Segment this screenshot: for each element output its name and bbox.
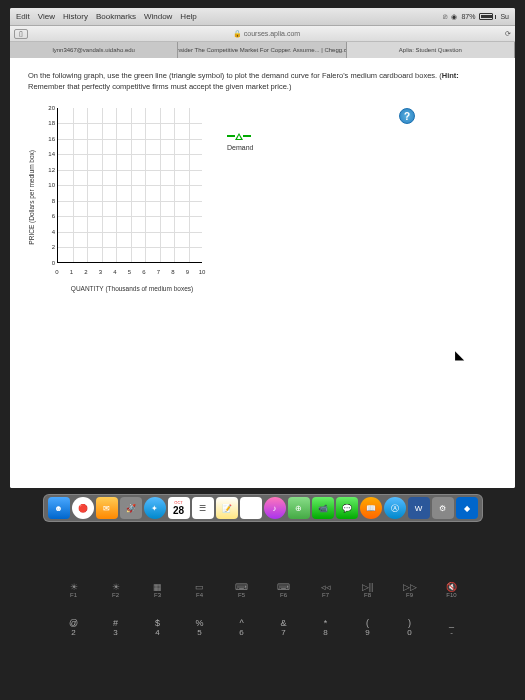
dock-maps-icon[interactable]: ⊕ — [288, 497, 310, 519]
macos-dock: ☻ 🔴 ✉ 🚀 ✦ OCT28 ☰ 📝 ✿ ♪ ⊕ 📹 💬 📖 Ⓐ W ⚙ ◆ — [43, 494, 483, 522]
dock-itunes-icon[interactable]: ♪ — [264, 497, 286, 519]
fn-key[interactable]: ▷▷F9 — [396, 582, 424, 598]
reload-icon[interactable]: ⟳ — [505, 30, 511, 38]
x-tick: 2 — [84, 269, 87, 275]
dock-notes-icon[interactable]: 📝 — [216, 497, 238, 519]
menu-edit[interactable]: Edit — [16, 12, 30, 21]
fn-key[interactable]: ⌨F5 — [228, 582, 256, 598]
num-key[interactable]: @2 — [62, 618, 86, 637]
menu-view[interactable]: View — [38, 12, 55, 21]
dock-word-icon[interactable]: W — [408, 497, 430, 519]
chart-plot-area[interactable]: 02468101214161820 012345678910 — [37, 103, 207, 283]
x-tick: 0 — [55, 269, 58, 275]
chart-legend: Demand — [227, 133, 253, 292]
dock-facetime-icon[interactable]: 📹 — [312, 497, 334, 519]
x-tick: 8 — [171, 269, 174, 275]
browser-menubar: Edit View History Bookmarks Window Help … — [10, 8, 515, 26]
y-tick: 0 — [37, 260, 55, 266]
y-tick: 6 — [37, 213, 55, 219]
dock-appstore-icon[interactable]: Ⓐ — [384, 497, 406, 519]
dock-safari-icon[interactable]: ✦ — [144, 497, 166, 519]
legend-demand-label: Demand — [227, 144, 253, 151]
menu-help[interactable]: Help — [180, 12, 196, 21]
fn-key[interactable]: 🔇F10 — [438, 582, 466, 598]
tab-chegg[interactable]: Consider The Competitive Market For Copp… — [178, 42, 346, 58]
y-tick: 18 — [37, 120, 55, 126]
tab-email[interactable]: lynn3467@vandals.uidaho.edu — [10, 42, 178, 58]
tab-bar: lynn3467@vandals.uidaho.edu Consider The… — [10, 42, 515, 58]
num-key[interactable]: $4 — [146, 618, 170, 637]
fn-key[interactable]: ▭F4 — [186, 582, 214, 598]
menu-window[interactable]: Window — [144, 12, 172, 21]
y-tick: 20 — [37, 105, 55, 111]
dock-chrome-icon[interactable]: 🔴 — [72, 497, 94, 519]
help-button[interactable]: ? — [399, 108, 415, 124]
num-key[interactable]: )0 — [398, 618, 422, 637]
keyboard: ☀F1☀F2▦F3▭F4⌨F5⌨F6◃◃F7▷||F8▷▷F9🔇F10 @2#3… — [10, 582, 515, 637]
y-tick: 14 — [37, 151, 55, 157]
battery-percent: 87% — [461, 13, 475, 20]
y-axis-label: PRICE (Dollars per medium box) — [28, 150, 35, 245]
battery-icon — [479, 13, 496, 20]
menu-bookmarks[interactable]: Bookmarks — [96, 12, 136, 21]
fn-key[interactable]: ⌨F6 — [270, 582, 298, 598]
y-tick: 4 — [37, 229, 55, 235]
x-tick: 4 — [113, 269, 116, 275]
num-key[interactable]: *8 — [314, 618, 338, 637]
fn-key[interactable]: ☀F2 — [102, 582, 130, 598]
y-tick: 16 — [37, 136, 55, 142]
num-key[interactable]: ^6 — [230, 618, 254, 637]
x-tick: 3 — [99, 269, 102, 275]
fn-key[interactable]: ▦F3 — [144, 582, 172, 598]
clock-day: Su — [500, 13, 509, 20]
sidebar-toggle-button[interactable]: ▯ — [14, 29, 28, 39]
dock-messages-icon[interactable]: 💬 — [336, 497, 358, 519]
dock-app-icon[interactable]: ◆ — [456, 497, 478, 519]
num-key[interactable]: (9 — [356, 618, 380, 637]
y-tick: 12 — [37, 167, 55, 173]
dock-launchpad-icon[interactable]: 🚀 — [120, 497, 142, 519]
page-content: On the following graph, use the green li… — [10, 58, 515, 488]
x-axis-label: QUANTITY (Thousands of medium boxes) — [57, 285, 207, 292]
tab-aplia[interactable]: Aplia: Student Question — [347, 42, 515, 58]
num-key[interactable]: %5 — [188, 618, 212, 637]
legend-demand-tool[interactable] — [227, 133, 253, 140]
dock-finder-icon[interactable]: ☻ — [48, 497, 70, 519]
y-tick: 8 — [37, 198, 55, 204]
dock-reminders-icon[interactable]: ☰ — [192, 497, 214, 519]
x-tick: 1 — [70, 269, 73, 275]
num-key[interactable]: #3 — [104, 618, 128, 637]
instruction-text: On the following graph, use the green li… — [28, 70, 497, 93]
dock-photos-icon[interactable]: ✿ — [240, 497, 262, 519]
x-tick: 6 — [142, 269, 145, 275]
dock-mail-icon[interactable]: ✉ — [96, 497, 118, 519]
x-tick: 7 — [157, 269, 160, 275]
y-tick: 2 — [37, 244, 55, 250]
airplay-icon[interactable]: ⎚ — [443, 13, 447, 20]
wifi-icon[interactable]: ◉ — [451, 13, 457, 21]
chart-container: PRICE (Dollars per medium box) 024681012… — [28, 103, 497, 292]
x-tick: 9 — [186, 269, 189, 275]
x-tick: 10 — [199, 269, 206, 275]
fn-key[interactable]: ▷||F8 — [354, 582, 382, 598]
menu-history[interactable]: History — [63, 12, 88, 21]
fn-key[interactable]: ☀F1 — [60, 582, 88, 598]
dock-ibooks-icon[interactable]: 📖 — [360, 497, 382, 519]
browser-toolbar: ▯ 🔒 courses.aplia.com ⟳ — [10, 26, 515, 42]
y-tick: 10 — [37, 182, 55, 188]
x-tick: 5 — [128, 269, 131, 275]
num-key[interactable]: _- — [440, 618, 464, 637]
triangle-icon — [235, 133, 243, 140]
fn-key[interactable]: ◃◃F7 — [312, 582, 340, 598]
dock-settings-icon[interactable]: ⚙ — [432, 497, 454, 519]
dock-calendar-icon[interactable]: OCT28 — [168, 497, 190, 519]
lock-icon: 🔒 — [233, 30, 242, 37]
num-key[interactable]: &7 — [272, 618, 296, 637]
mouse-cursor-icon: ◣ — [455, 348, 464, 362]
address-bar[interactable]: 🔒 courses.aplia.com — [34, 30, 499, 38]
